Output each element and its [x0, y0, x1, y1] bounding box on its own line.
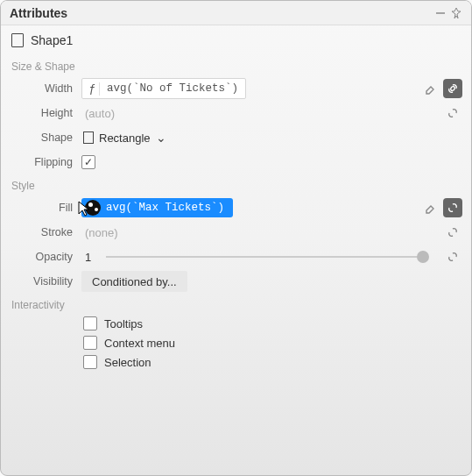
selection-checkbox[interactable] [83, 355, 97, 369]
label-flipping: Flipping [1, 156, 81, 168]
row-visibility: Visibility Conditioned by... [1, 269, 471, 294]
attributes-panel: Attributes Shape1 Size & Shape Width ƒ a… [0, 0, 472, 476]
slider-thumb[interactable] [417, 251, 429, 263]
rectangle-icon [83, 131, 94, 144]
fill-expression-text: avg(`Max Tickets`) [106, 202, 224, 214]
label-visibility: Visibility [1, 275, 81, 288]
height-value: (auto) [81, 107, 115, 120]
row-interactivity: Tooltips Context menu Selection [1, 315, 471, 371]
link-icon[interactable] [443, 247, 462, 266]
minimize-icon[interactable] [433, 5, 448, 21]
opacity-slider[interactable] [106, 256, 427, 258]
section-interactivity: Interactivity [1, 294, 471, 315]
label-fill: Fill [1, 202, 81, 214]
eraser-icon[interactable] [420, 79, 440, 98]
conditioned-by-button[interactable]: Conditioned by... [81, 271, 187, 292]
fx-icon: ƒ [86, 82, 100, 96]
tooltips-checkbox-row[interactable]: Tooltips [83, 316, 175, 330]
width-expression-text: avg(`No of Tickets`) [103, 82, 242, 95]
row-opacity: Opacity 1 [1, 245, 471, 269]
row-height: Height (auto) [1, 101, 471, 125]
row-stroke: Stroke (none) [1, 220, 471, 245]
link-icon[interactable] [443, 103, 462, 123]
context-menu-checkbox[interactable] [83, 336, 97, 350]
tooltips-label: Tooltips [104, 317, 143, 330]
row-shape: Shape Rectangle ⌄ [1, 125, 471, 150]
value-height[interactable]: (auto) [81, 103, 438, 124]
shape-icon [11, 33, 24, 47]
context-menu-checkbox-row[interactable]: Context menu [83, 336, 175, 350]
row-fill: Fill avg(`Max Tickets`) [1, 195, 471, 220]
chevron-down-icon: ⌄ [156, 131, 166, 144]
section-size-shape: Size & Shape [1, 55, 471, 76]
value-stroke[interactable]: (none) [81, 222, 438, 243]
fill-expression-pill[interactable]: avg(`Max Tickets`) [81, 198, 233, 217]
object-name: Shape1 [31, 33, 73, 47]
label-width: Width [1, 82, 81, 95]
context-menu-label: Context menu [104, 337, 175, 350]
panel-header: Attributes [1, 1, 471, 25]
link-icon[interactable] [443, 198, 462, 217]
stroke-value: (none) [81, 226, 118, 239]
row-width: Width ƒ avg(`No of Tickets`) [1, 76, 471, 101]
shape-value: Rectangle [99, 131, 151, 145]
palette-icon [85, 200, 101, 216]
pin-icon[interactable] [448, 5, 464, 21]
label-height: Height [1, 107, 81, 119]
link-icon[interactable] [443, 223, 462, 242]
link-icon[interactable] [443, 79, 462, 98]
panel-title: Attributes [10, 6, 433, 20]
object-row[interactable]: Shape1 [1, 25, 471, 55]
tooltips-checkbox[interactable] [83, 316, 97, 330]
value-width[interactable]: ƒ avg(`No of Tickets`) [81, 78, 415, 99]
selection-label: Selection [104, 356, 151, 369]
label-stroke: Stroke [1, 226, 81, 238]
eraser-icon[interactable] [420, 198, 440, 217]
label-shape: Shape [1, 131, 81, 144]
row-flipping: Flipping ✓ [1, 150, 471, 174]
width-expression-field[interactable]: ƒ avg(`No of Tickets`) [81, 78, 246, 99]
label-opacity: Opacity [1, 251, 81, 263]
shape-dropdown[interactable]: Rectangle ⌄ [81, 131, 166, 145]
opacity-value[interactable]: 1 [85, 251, 102, 264]
selection-checkbox-row[interactable]: Selection [83, 355, 175, 369]
flipping-checkbox[interactable]: ✓ [81, 155, 95, 169]
section-style: Style [1, 174, 471, 195]
